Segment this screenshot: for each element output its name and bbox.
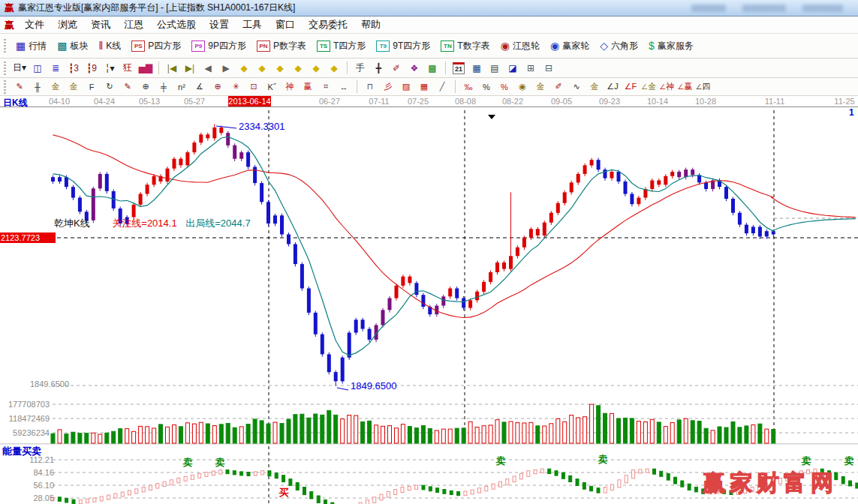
hand-tool-button[interactable]: 手 bbox=[352, 61, 369, 75]
angle-ying-button[interactable]: ∠赢 bbox=[676, 80, 693, 93]
winner-wheel-button[interactable]: ◉赢家轮 bbox=[545, 38, 595, 55]
t-square-button[interactable]: TST四方形 bbox=[312, 38, 371, 55]
copy-web-button[interactable]: ⊞ bbox=[522, 61, 539, 75]
diamond-star-button[interactable]: ◆ bbox=[308, 61, 324, 75]
toolbar-grip[interactable] bbox=[4, 80, 6, 94]
calendar-21-button[interactable]: 21 bbox=[450, 61, 467, 75]
menu-公式选股[interactable]: 公式选股 bbox=[150, 16, 203, 33]
angle-f-button[interactable]: ∠F bbox=[622, 80, 639, 93]
crosshair-tool-button[interactable]: ╋ bbox=[370, 61, 387, 75]
red-pen-2-button[interactable]: ✎ bbox=[119, 80, 136, 93]
sectors-button[interactable]: ▩板块 bbox=[52, 38, 93, 55]
diamond-expand-button[interactable]: ◆ bbox=[272, 61, 288, 75]
toolbar-grip[interactable] bbox=[4, 62, 6, 75]
menu-设置[interactable]: 设置 bbox=[203, 16, 236, 33]
k-quote-button[interactable]: K˝ bbox=[263, 80, 280, 93]
gold-coin-button[interactable]: ◉ bbox=[514, 80, 531, 93]
diamond-compress-button[interactable]: ◆ bbox=[290, 61, 306, 75]
9t-square-button[interactable]: T99T四方形 bbox=[371, 38, 435, 55]
save-button[interactable]: ◪ bbox=[504, 61, 521, 75]
spiral-button[interactable]: ↻ bbox=[101, 80, 118, 93]
comb-lines-2-button[interactable]: ╪ bbox=[155, 80, 172, 93]
p-number-table-button[interactable]: PNP数字表 bbox=[251, 38, 312, 55]
toolbar-grip[interactable] bbox=[4, 39, 6, 52]
f-lines-button[interactable]: F bbox=[83, 80, 100, 93]
purple-tool-button[interactable]: ❖ bbox=[406, 61, 423, 75]
volume-bar bbox=[522, 423, 526, 443]
diag-pen-button[interactable]: ╱ bbox=[434, 80, 450, 93]
window-layout-button[interactable]: ◫ bbox=[29, 61, 46, 75]
pct-button[interactable]: % bbox=[478, 80, 495, 93]
red-line-box-button[interactable]: ▦ bbox=[416, 80, 432, 93]
span-arrows-button[interactable]: ↔ bbox=[336, 80, 352, 93]
period-select-button[interactable]: 日▾ bbox=[11, 61, 28, 75]
drag-pen-button[interactable]: ✐ bbox=[550, 80, 567, 93]
oscillator-mark bbox=[569, 476, 572, 482]
p-square-button[interactable]: PSP四方形 bbox=[126, 38, 186, 55]
info-board-button[interactable]: ≣ bbox=[47, 61, 64, 75]
angle-gold-button[interactable]: ∠金 bbox=[640, 80, 657, 93]
candle-body bbox=[765, 231, 769, 236]
diamond-left-button[interactable]: ◆ bbox=[236, 61, 252, 75]
ying-tool-button[interactable]: 赢 bbox=[300, 80, 316, 93]
red-fan-box-button[interactable]: ▨ bbox=[398, 80, 414, 93]
winner-service-button[interactable]: $赢家服务 bbox=[643, 38, 699, 55]
wave-button[interactable]: ∿ bbox=[568, 80, 585, 93]
chart-3-button[interactable]: ┇3 bbox=[65, 61, 82, 75]
gold-grid-a-button[interactable]: 金 bbox=[47, 80, 64, 93]
pct-line-button[interactable]: % bbox=[496, 80, 513, 93]
menu-交易委托[interactable]: 交易委托 bbox=[302, 16, 354, 33]
menu-资讯[interactable]: 资讯 bbox=[84, 16, 117, 33]
volume-bar bbox=[71, 432, 75, 443]
diamond-cross-button[interactable]: ◆ bbox=[326, 61, 342, 75]
frame-tool-button[interactable]: ⊓ bbox=[362, 80, 378, 93]
candle-style-button[interactable]: ╎▾ bbox=[101, 61, 118, 75]
calculator-button[interactable]: ▦ bbox=[468, 61, 485, 75]
ruler-123-button[interactable]: ⌗ bbox=[318, 80, 334, 93]
shen-tool-button[interactable]: 神 bbox=[281, 80, 298, 93]
main-chart-canvas[interactable] bbox=[0, 107, 858, 504]
t-number-table-button[interactable]: TNT数字表 bbox=[435, 38, 495, 55]
angle-j-button[interactable]: ∠J bbox=[604, 80, 621, 93]
compass-circle-button[interactable]: ⊕ bbox=[137, 80, 154, 93]
gold-lines-2-button[interactable]: 金 bbox=[586, 80, 603, 93]
hexagon-button[interactable]: ◇六角形 bbox=[595, 38, 643, 55]
candle-body bbox=[549, 213, 553, 223]
menu-帮助[interactable]: 帮助 bbox=[354, 16, 387, 33]
menu-文件[interactable]: 文件 bbox=[18, 16, 51, 33]
9p-square-button[interactable]: P99P四方形 bbox=[186, 38, 251, 55]
kuang-tool-button[interactable]: 狂 bbox=[119, 61, 136, 75]
gann-wheel-button[interactable]: ◉江恩轮 bbox=[495, 38, 545, 55]
red-web-button[interactable]: ✳ bbox=[227, 80, 244, 93]
angle-fan-button[interactable]: ∡ bbox=[191, 80, 208, 93]
pct-kuang-button[interactable]: ‰ bbox=[460, 80, 477, 93]
gold-lines-button[interactable]: 金 bbox=[532, 80, 549, 93]
n-square-button[interactable]: n² bbox=[173, 80, 190, 93]
prev-bar-button[interactable]: ◀ bbox=[200, 61, 216, 75]
chart-9-button[interactable]: ┇9 bbox=[83, 61, 100, 75]
quotes-button[interactable]: ▦行情 bbox=[11, 38, 52, 55]
angle-si-button[interactable]: ∠四 bbox=[694, 80, 711, 93]
menu-窗口[interactable]: 窗口 bbox=[269, 16, 302, 33]
kline-button[interactable]: ‖K线 bbox=[93, 38, 126, 55]
next-bar-button[interactable]: ▶ bbox=[218, 61, 234, 75]
print-button[interactable]: ⊟ bbox=[540, 61, 557, 75]
gold-grid-b-button[interactable]: 金 bbox=[65, 80, 82, 93]
angle-shen-button[interactable]: ∠神 bbox=[658, 80, 675, 93]
mark-tool-button[interactable]: ✐ bbox=[388, 61, 405, 75]
menu-工具[interactable]: 工具 bbox=[236, 16, 269, 33]
grid-tool-button[interactable]: ▩ bbox=[424, 61, 441, 75]
comb-lines-button[interactable]: ╫ bbox=[29, 80, 46, 93]
menu-浏览[interactable]: 浏览 bbox=[51, 16, 84, 33]
red-target-button[interactable]: ⊕ bbox=[209, 80, 226, 93]
chart-region[interactable]: 乾坤K线 关注线=2014.1 出局线=2044.7 1 bbox=[0, 107, 858, 504]
first-bar-button[interactable]: |◀ bbox=[164, 61, 180, 75]
red-grid-target-button[interactable]: ⊡ bbox=[245, 80, 262, 93]
menu-江恩[interactable]: 江恩 bbox=[117, 16, 150, 33]
last-bar-button[interactable]: ▶| bbox=[182, 61, 198, 75]
notepad-button[interactable]: ▤ bbox=[486, 61, 503, 75]
color-chart-button[interactable]: ▅▇ bbox=[137, 61, 154, 75]
red-pen-button[interactable]: ✎ bbox=[11, 80, 28, 93]
diamond-right-button[interactable]: ◆ bbox=[254, 61, 270, 75]
red-fan-button[interactable]: 彡 bbox=[380, 80, 396, 93]
